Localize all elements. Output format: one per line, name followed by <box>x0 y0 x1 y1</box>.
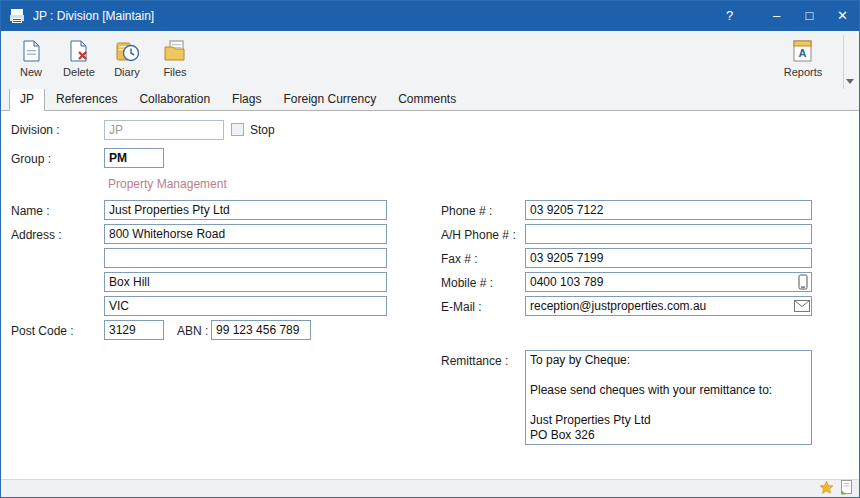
mobile-input[interactable] <box>525 272 812 292</box>
mobile-label: Mobile # : <box>441 276 493 290</box>
status-bar <box>1 479 859 497</box>
reports-button[interactable]: A Reports <box>779 35 827 89</box>
abn-input[interactable] <box>211 320 311 340</box>
group-label: Group : <box>11 152 51 166</box>
ah-phone-input[interactable] <box>525 224 812 244</box>
maximize-button[interactable]: □ <box>793 1 826 31</box>
reports-icon: A <box>790 35 816 67</box>
toolbar: New Delete Diary <box>1 31 859 89</box>
chevron-down-icon <box>846 79 854 84</box>
division-input[interactable] <box>104 120 224 140</box>
mobile-phone-icon <box>798 274 808 290</box>
diary-button[interactable]: Diary <box>103 35 151 89</box>
phone-label: Phone # : <box>441 204 492 218</box>
email-input[interactable] <box>525 296 812 316</box>
minimize-button[interactable]: – <box>760 1 793 31</box>
tabstrip: JP References Collaboration Flags Foreig… <box>1 89 859 111</box>
fax-label: Fax # : <box>441 252 478 266</box>
window-title: JP : Division [Maintain] <box>33 9 713 23</box>
name-label: Name : <box>11 204 50 218</box>
toolbar-label: Delete <box>63 66 95 78</box>
app-window: JP : Division [Maintain] ? – □ ✕ New <box>0 0 860 498</box>
fax-input[interactable] <box>525 248 812 268</box>
toolbar-label: Diary <box>114 66 140 78</box>
new-button[interactable]: New <box>7 35 55 89</box>
phone-input[interactable] <box>525 200 812 220</box>
remittance-textarea[interactable]: To pay by Cheque: Please send cheques wi… <box>525 350 812 445</box>
post-code-input[interactable] <box>104 320 164 340</box>
email-label: E-Mail : <box>441 300 482 314</box>
new-document-icon <box>18 35 44 67</box>
delete-document-icon <box>66 35 92 67</box>
delete-button[interactable]: Delete <box>55 35 103 89</box>
address-label: Address : <box>11 228 62 242</box>
toolbar-label: Reports <box>784 66 823 78</box>
app-icon <box>8 7 26 25</box>
remittance-label: Remittance : <box>441 354 508 368</box>
favorite-star-icon[interactable] <box>819 480 834 498</box>
tab-collaboration[interactable]: Collaboration <box>128 88 221 110</box>
tab-foreign-currency[interactable]: Foreign Currency <box>272 88 387 110</box>
address-line2-input[interactable] <box>104 248 387 268</box>
ah-phone-label: A/H Phone # : <box>441 228 516 242</box>
post-code-label: Post Code : <box>11 324 74 338</box>
email-envelope-icon <box>794 300 810 312</box>
abn-label: ABN : <box>177 324 208 338</box>
tab-comments[interactable]: Comments <box>387 88 467 110</box>
tab-flags[interactable]: Flags <box>221 88 272 110</box>
tab-references[interactable]: References <box>45 88 128 110</box>
close-button[interactable]: ✕ <box>826 1 859 31</box>
address-line1-input[interactable] <box>104 224 387 244</box>
toolbar-overflow-button[interactable] <box>843 35 855 89</box>
group-description: Property Management <box>108 177 227 191</box>
form-panel: Division : Stop Group : Property Managem… <box>1 111 859 479</box>
toolbar-label: New <box>20 66 42 78</box>
help-button[interactable]: ? <box>713 1 746 31</box>
files-folder-icon <box>162 35 188 67</box>
svg-text:A: A <box>799 47 807 59</box>
tab-jp[interactable]: JP <box>9 88 45 111</box>
group-input[interactable] <box>104 148 164 168</box>
stop-label: Stop <box>250 123 275 137</box>
diary-clock-icon <box>114 35 140 67</box>
division-label: Division : <box>11 123 60 137</box>
document-shortcut-icon[interactable] <box>839 480 853 498</box>
address-line3-input[interactable] <box>104 272 387 292</box>
stop-checkbox[interactable] <box>231 123 244 136</box>
name-input[interactable] <box>104 200 387 220</box>
titlebar: JP : Division [Maintain] ? – □ ✕ <box>1 1 859 31</box>
toolbar-label: Files <box>163 66 186 78</box>
files-button[interactable]: Files <box>151 35 199 89</box>
address-line4-input[interactable] <box>104 296 387 316</box>
